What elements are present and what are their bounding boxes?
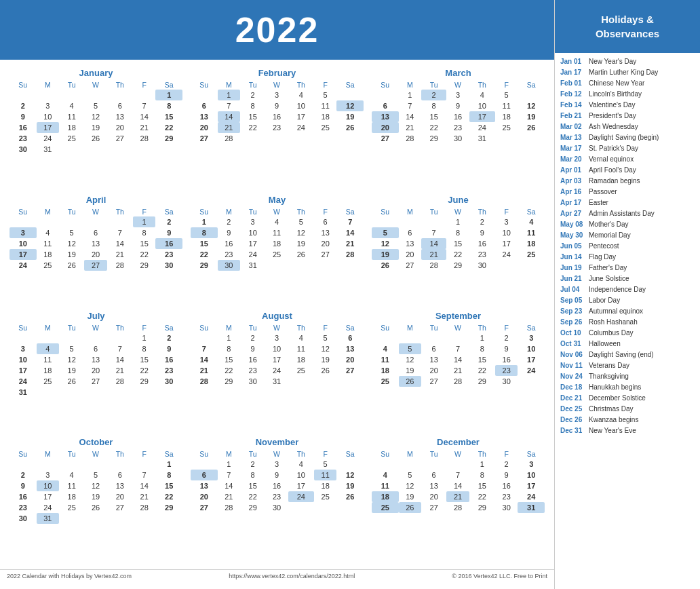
calendar-day: 11: [372, 354, 399, 365]
weekday-header-w: W: [84, 207, 106, 216]
calendar-day: 27: [107, 133, 133, 144]
calendar-day: 24: [37, 502, 59, 513]
calendar-day: [421, 332, 446, 343]
calendar-day: 4: [288, 332, 314, 343]
holiday-date: Feb 12: [560, 90, 589, 99]
calendar-day: 10: [518, 470, 545, 480]
weekday-header-f: F: [133, 207, 155, 216]
calendar-day: [107, 144, 133, 155]
calendar-day: 7: [446, 343, 469, 354]
calendar-day: 12: [518, 100, 545, 111]
weekday-header-w: W: [446, 207, 469, 216]
weekday-header-sa: Sa: [518, 449, 545, 459]
weekday-header-sa: Sa: [336, 449, 364, 459]
holiday-name: Independence Day: [589, 285, 646, 294]
holiday-item: Dec 31New Year's Eve: [560, 426, 695, 436]
calendar-day: 24: [288, 122, 314, 133]
weekday-header-th: Th: [288, 80, 314, 90]
calendar-day: 7: [107, 227, 133, 238]
weekday-header-m: M: [218, 449, 240, 459]
calendar-day: 13: [421, 480, 446, 491]
calendar-day: 5: [84, 100, 106, 111]
weekday-header-su: Su: [372, 80, 399, 90]
calendar-day: 8: [133, 227, 155, 238]
calendar-day: 16: [265, 111, 288, 122]
calendar-day: 16: [155, 354, 182, 365]
calendar-day: 9: [446, 100, 469, 111]
weekday-header-tu: Tu: [240, 80, 265, 90]
holiday-item: Sep 26Rosh Hashanah: [560, 318, 695, 327]
calendar-day: 24: [495, 249, 518, 260]
holiday-name: Chinese New Year: [589, 79, 644, 88]
calendar-day: 23: [469, 249, 495, 260]
calendar-day: 14: [133, 480, 155, 491]
weekday-header-f: F: [495, 449, 518, 459]
calendar-day: [9, 332, 37, 343]
holiday-item: Jan 17Martin Luther King Day: [560, 68, 695, 77]
calendar-day: 11: [37, 238, 59, 249]
calendar-day: [133, 459, 155, 470]
calendar-day: [155, 387, 182, 398]
calendar-day: 8: [155, 100, 182, 111]
weekday-header-su: Su: [9, 207, 37, 216]
weekday-header-m: M: [218, 80, 240, 90]
calendar-day: 12: [59, 238, 84, 249]
weekday-header-th: Th: [107, 449, 133, 459]
calendar-day: 3: [37, 100, 59, 111]
calendar-day: 25: [59, 133, 84, 144]
holiday-date: Dec 31: [560, 426, 589, 436]
calendar-day: 18: [288, 354, 314, 365]
calendar-day: 22: [240, 491, 265, 502]
calendar-day: 17: [240, 238, 265, 249]
month-title-april: April: [9, 195, 182, 205]
calendar-day: 28: [218, 133, 240, 144]
calendar-day: 7: [446, 470, 469, 480]
calendar-day: [518, 90, 545, 100]
calendar-day: 5: [399, 470, 421, 480]
month-table-january: SuMTuWThFSa12345678910111213141516171819…: [9, 80, 182, 155]
calendar-day: 21: [191, 365, 218, 376]
calendar-day: 28: [446, 376, 469, 387]
calendar-day: 24: [469, 122, 495, 133]
calendar-day: 7: [133, 100, 155, 111]
calendar-day: 6: [421, 343, 446, 354]
holiday-item: Feb 12Lincoln's Birthday: [560, 90, 695, 99]
calendar-day: 1: [469, 459, 495, 470]
weekday-header-sa: Sa: [336, 323, 364, 332]
calendar-day: 19: [372, 249, 399, 260]
calendar-day: 3: [446, 90, 469, 100]
weekday-header-tu: Tu: [240, 323, 265, 332]
holiday-item: Dec 26Kwanzaa begins: [560, 415, 695, 425]
calendar-day: [399, 459, 421, 470]
calendar-day: 31: [240, 260, 265, 271]
calendar-day: 12: [84, 480, 106, 491]
month-title-november: November: [191, 437, 364, 447]
calendar-day: [495, 133, 518, 144]
holiday-name: Martin Luther King Day: [589, 68, 658, 77]
calendar-day: 20: [84, 249, 106, 260]
calendar-day: 29: [240, 502, 265, 513]
calendar-day: 9: [495, 343, 518, 354]
calendar-day: 5: [314, 459, 336, 470]
calendar-day: 25: [372, 502, 399, 513]
calendar-day: 15: [446, 238, 469, 249]
holiday-name: Easter: [589, 198, 608, 208]
calendar-day: 30: [446, 133, 469, 144]
weekday-header-su: Su: [191, 323, 218, 332]
calendar-day: [59, 332, 84, 343]
calendar-day: 9: [495, 470, 518, 480]
calendar-day: 28: [107, 376, 133, 387]
calendar-day: 23: [446, 122, 469, 133]
calendar-day: 1: [218, 459, 240, 470]
holiday-item: Feb 14Valentine's Day: [560, 100, 695, 110]
calendar-day: [9, 90, 37, 100]
calendar-day: 30: [240, 376, 265, 387]
calendar-day: 13: [107, 480, 133, 491]
holidays-list: Jan 01New Year's DayJan 17Martin Luther …: [555, 53, 700, 589]
calendar-day: 10: [9, 238, 37, 249]
calendar-day: 25: [314, 122, 336, 133]
holiday-date: Sep 23: [560, 307, 589, 316]
calendar-day: 15: [469, 354, 495, 365]
holiday-name: Daylight Saving (end): [589, 350, 654, 360]
holiday-date: Jan 17: [560, 68, 589, 77]
